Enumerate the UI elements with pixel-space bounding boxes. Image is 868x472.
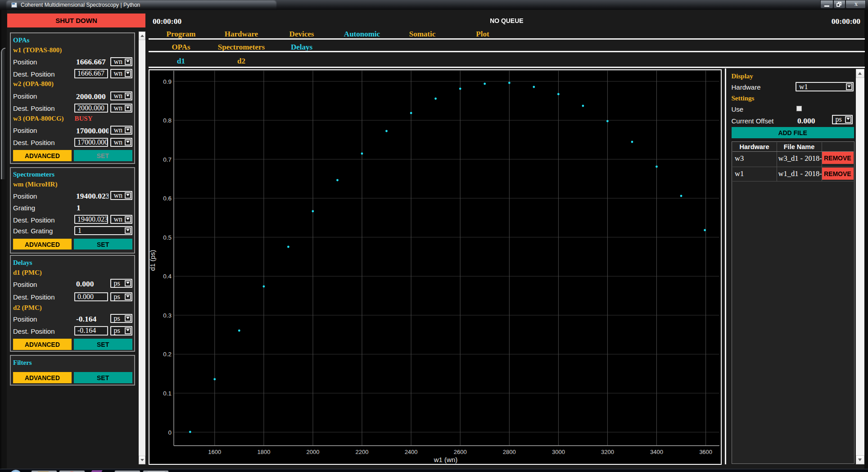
svg-text:3600: 3600 [699,449,712,455]
svg-text:0.1: 0.1 [163,390,172,397]
svg-text:1600: 1600 [208,449,221,455]
svg-text:0.2: 0.2 [163,351,172,358]
svg-text:0: 0 [168,429,172,436]
svg-text:0.7: 0.7 [163,156,172,163]
svg-text:1800: 1800 [257,449,270,455]
svg-text:3400: 3400 [650,449,663,455]
svg-text:d1 (ps): d1 (ps) [149,250,156,271]
svg-text:0.9: 0.9 [163,78,172,85]
svg-text:3200: 3200 [601,449,614,455]
svg-text:0.6: 0.6 [163,195,172,202]
svg-text:2200: 2200 [356,449,369,455]
svg-text:0.5: 0.5 [163,234,172,241]
svg-text:w1 (wn): w1 (wn) [434,456,458,463]
svg-text:3000: 3000 [552,449,565,455]
svg-text:2400: 2400 [405,449,418,455]
svg-text:0.8: 0.8 [163,117,172,124]
svg-text:2600: 2600 [454,449,467,455]
svg-text:2800: 2800 [503,449,516,455]
svg-text:0.3: 0.3 [163,312,172,319]
svg-text:2000: 2000 [307,449,320,455]
svg-text:0.4: 0.4 [163,273,172,280]
